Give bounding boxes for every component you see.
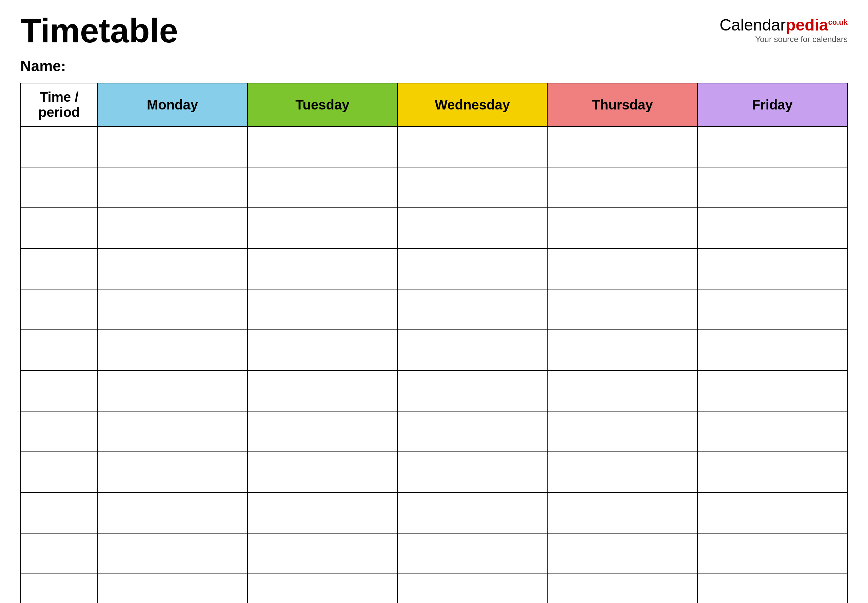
table-cell[interactable]	[97, 249, 247, 289]
table-cell[interactable]	[21, 452, 97, 493]
table-cell[interactable]	[21, 208, 97, 249]
logo-pedia: pedia	[786, 16, 828, 34]
table-cell[interactable]	[547, 371, 697, 411]
page-header: Timetable Calendarpediaco.uk Your source…	[20, 14, 848, 48]
table-cell[interactable]	[21, 249, 97, 289]
table-cell[interactable]	[248, 208, 398, 249]
logo-couk: co.uk	[828, 18, 848, 26]
table-cell[interactable]	[21, 493, 97, 533]
header-row: Time / period Monday Tuesday Wednesday T…	[21, 83, 847, 127]
table-cell[interactable]	[21, 167, 97, 208]
table-cell[interactable]	[97, 127, 247, 167]
table-cell[interactable]	[248, 127, 398, 167]
table-cell[interactable]	[248, 249, 398, 289]
table-cell[interactable]	[698, 249, 847, 289]
table-cell[interactable]	[21, 289, 97, 330]
table-cell[interactable]	[248, 574, 398, 603]
table-cell[interactable]	[698, 493, 847, 533]
table-cell[interactable]	[698, 533, 847, 574]
table-row	[21, 493, 847, 533]
logo-text: Calendarpediaco.uk	[719, 17, 848, 33]
table-row	[21, 330, 847, 371]
table-cell[interactable]	[398, 127, 547, 167]
table-cell[interactable]	[547, 167, 697, 208]
table-cell[interactable]	[248, 533, 398, 574]
table-cell[interactable]	[698, 411, 847, 452]
table-cell[interactable]	[21, 371, 97, 411]
table-cell[interactable]	[547, 127, 697, 167]
table-cell[interactable]	[97, 208, 247, 249]
table-cell[interactable]	[398, 574, 547, 603]
table-cell[interactable]	[398, 167, 547, 208]
table-row	[21, 127, 847, 167]
table-row	[21, 574, 847, 603]
table-cell[interactable]	[698, 371, 847, 411]
table-cell[interactable]	[698, 167, 847, 208]
table-cell[interactable]	[97, 574, 247, 603]
table-cell[interactable]	[97, 411, 247, 452]
table-row	[21, 371, 847, 411]
table-cell[interactable]	[698, 452, 847, 493]
table-cell[interactable]	[97, 452, 247, 493]
table-cell[interactable]	[21, 127, 97, 167]
table-row	[21, 289, 847, 330]
table-cell[interactable]	[547, 411, 697, 452]
table-cell[interactable]	[547, 533, 697, 574]
table-row	[21, 249, 847, 289]
table-cell[interactable]	[398, 208, 547, 249]
table-cell[interactable]	[398, 249, 547, 289]
table-cell[interactable]	[398, 493, 547, 533]
table-cell[interactable]	[398, 330, 547, 371]
table-cell[interactable]	[547, 493, 697, 533]
table-cell[interactable]	[97, 533, 247, 574]
page-title: Timetable	[20, 14, 178, 48]
table-cell[interactable]	[248, 167, 398, 208]
table-cell[interactable]	[248, 452, 398, 493]
table-cell[interactable]	[698, 127, 847, 167]
table-cell[interactable]	[547, 289, 697, 330]
name-label: Name:	[20, 58, 848, 74]
table-row	[21, 411, 847, 452]
table-cell[interactable]	[97, 330, 247, 371]
table-row	[21, 533, 847, 574]
table-cell[interactable]	[21, 533, 97, 574]
table-cell[interactable]	[248, 289, 398, 330]
table-cell[interactable]	[97, 289, 247, 330]
table-cell[interactable]	[248, 371, 398, 411]
table-cell[interactable]	[698, 574, 847, 603]
table-cell[interactable]	[698, 289, 847, 330]
timetable: Time / period Monday Tuesday Wednesday T…	[20, 83, 848, 603]
table-cell[interactable]	[248, 330, 398, 371]
table-cell[interactable]	[248, 493, 398, 533]
table-cell[interactable]	[21, 574, 97, 603]
header-thursday: Thursday	[547, 83, 697, 127]
table-cell[interactable]	[97, 167, 247, 208]
table-cell[interactable]	[398, 371, 547, 411]
table-cell[interactable]	[97, 493, 247, 533]
table-cell[interactable]	[547, 208, 697, 249]
table-row	[21, 167, 847, 208]
table-cell[interactable]	[698, 330, 847, 371]
table-row	[21, 208, 847, 249]
table-cell[interactable]	[547, 452, 697, 493]
table-cell[interactable]	[21, 411, 97, 452]
table-cell[interactable]	[398, 411, 547, 452]
table-cell[interactable]	[398, 452, 547, 493]
table-cell[interactable]	[398, 289, 547, 330]
table-cell[interactable]	[97, 371, 247, 411]
table-cell[interactable]	[248, 411, 398, 452]
table-cell[interactable]	[547, 330, 697, 371]
header-time: Time / period	[21, 83, 97, 127]
table-row	[21, 452, 847, 493]
table-cell[interactable]	[21, 330, 97, 371]
logo-tagline: Your source for calendars	[755, 35, 848, 44]
timetable-body	[21, 127, 847, 603]
table-cell[interactable]	[547, 249, 697, 289]
header-friday: Friday	[698, 83, 847, 127]
logo-calendar: Calendar	[719, 16, 786, 34]
header-monday: Monday	[97, 83, 247, 127]
table-cell[interactable]	[398, 533, 547, 574]
table-cell[interactable]	[698, 208, 847, 249]
logo: Calendarpediaco.uk Your source for calen…	[719, 17, 848, 44]
table-cell[interactable]	[547, 574, 697, 603]
